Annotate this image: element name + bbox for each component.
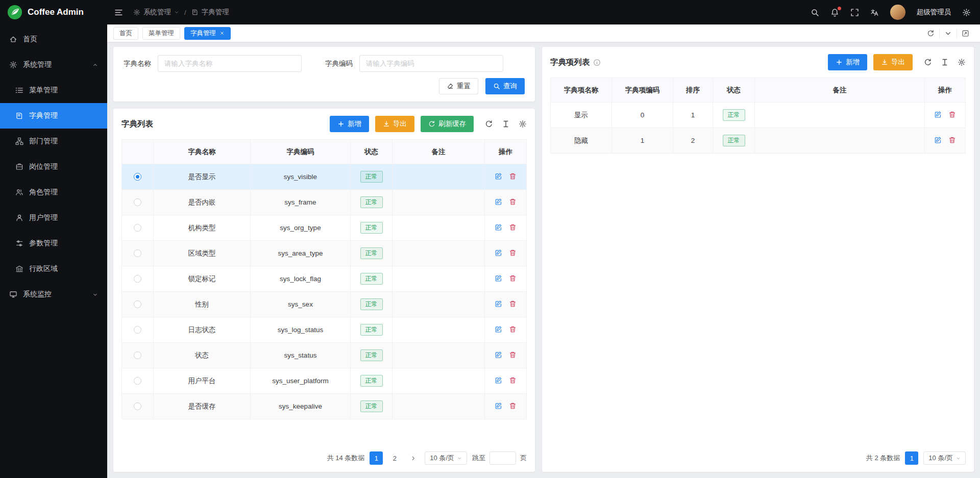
- add-dict-item-button[interactable]: 新增: [828, 54, 867, 70]
- sidebar-item-dict-management[interactable]: 字典管理: [0, 103, 107, 129]
- add-dict-button[interactable]: 新增: [330, 116, 369, 132]
- dict-row[interactable]: 是否内嵌sys_frame正常: [122, 190, 527, 215]
- dict-row[interactable]: 是否显示sys_visible正常: [122, 164, 527, 190]
- dict-row[interactable]: 是否缓存sys_keepalive正常: [122, 394, 527, 419]
- sidebar-collapse-icon[interactable]: [114, 8, 123, 17]
- delete-icon[interactable]: [948, 136, 956, 144]
- tab-dict-management[interactable]: 字典管理: [184, 27, 231, 40]
- edit-icon[interactable]: [495, 172, 502, 180]
- sidebar-item-menu-management[interactable]: 菜单管理: [0, 78, 107, 103]
- page-size-select[interactable]: 10 条/页: [923, 451, 966, 465]
- sidebar-item-role-management[interactable]: 角色管理: [0, 180, 107, 205]
- content-fullscreen-icon[interactable]: [957, 28, 974, 38]
- column-settings-icon[interactable]: [519, 120, 527, 128]
- delete-icon[interactable]: [509, 198, 517, 206]
- edit-icon[interactable]: [495, 300, 502, 308]
- reset-button[interactable]: 重置: [439, 78, 478, 94]
- sidebar-item-param-management[interactable]: 参数管理: [0, 231, 107, 256]
- dict-row[interactable]: 锁定标记sys_lock_flag正常: [122, 266, 527, 292]
- settings-gear-icon[interactable]: [962, 8, 971, 17]
- edit-icon[interactable]: [495, 402, 502, 410]
- row-radio[interactable]: [134, 351, 141, 359]
- edit-icon[interactable]: [495, 376, 502, 384]
- translate-icon[interactable]: [870, 8, 879, 17]
- edit-icon[interactable]: [495, 351, 502, 359]
- column-settings-icon[interactable]: [958, 58, 966, 66]
- dict-row[interactable]: 日志状态sys_log_status正常: [122, 317, 527, 343]
- edit-icon[interactable]: [495, 249, 502, 257]
- sidebar-item-admin-region[interactable]: 行政区域: [0, 256, 107, 282]
- avatar[interactable]: [890, 5, 905, 20]
- dict-item-row[interactable]: 隐藏12正常: [551, 128, 966, 154]
- breadcrumb-item-dict-management[interactable]: 字典管理: [191, 8, 229, 17]
- cell-sort: 2: [673, 128, 713, 154]
- row-radio[interactable]: [134, 198, 141, 206]
- fullscreen-icon[interactable]: [850, 8, 859, 17]
- row-radio[interactable]: [134, 402, 141, 410]
- breadcrumb-item-system-management[interactable]: 系统管理: [133, 8, 179, 17]
- edit-icon[interactable]: [934, 136, 942, 144]
- delete-icon[interactable]: [509, 351, 517, 359]
- row-radio[interactable]: [134, 300, 141, 308]
- page-button-1[interactable]: 1: [905, 451, 918, 465]
- dict-row[interactable]: 机构类型sys_org_type正常: [122, 215, 527, 241]
- jump-page-input[interactable]: [489, 451, 516, 465]
- dict-row[interactable]: 性别sys_sex正常: [122, 292, 527, 317]
- global-search-icon[interactable]: [811, 8, 819, 17]
- delete-icon[interactable]: [509, 376, 517, 384]
- sidebar-item-label: 行政区域: [29, 264, 58, 273]
- sidebar-item-system-monitor[interactable]: 系统监控: [0, 282, 107, 307]
- delete-icon[interactable]: [509, 249, 517, 257]
- dict-name-input[interactable]: [158, 55, 302, 72]
- page-size-select[interactable]: 10 条/页: [425, 451, 467, 465]
- sidebar-item-post-management[interactable]: 岗位管理: [0, 154, 107, 180]
- table-refresh-icon[interactable]: [485, 120, 493, 128]
- table-refresh-icon[interactable]: [924, 58, 932, 66]
- delete-icon[interactable]: [509, 402, 517, 410]
- tab-menu-management[interactable]: 菜单管理: [142, 27, 180, 40]
- edit-icon[interactable]: [495, 274, 502, 282]
- density-icon[interactable]: [941, 58, 949, 66]
- tab-home[interactable]: 首页: [113, 27, 138, 40]
- dict-item-row[interactable]: 显示01正常: [551, 103, 966, 128]
- next-page-button[interactable]: [406, 451, 420, 465]
- row-radio[interactable]: [134, 249, 141, 257]
- delete-icon[interactable]: [509, 172, 517, 180]
- notification-bell-icon[interactable]: [830, 8, 839, 17]
- dict-row[interactable]: 区域类型sys_area_type正常: [122, 241, 527, 266]
- tab-close-icon[interactable]: [219, 31, 225, 36]
- sidebar-item-system-management[interactable]: 系统管理: [0, 52, 107, 78]
- username[interactable]: 超级管理员: [917, 8, 951, 17]
- export-dict-button[interactable]: 导出: [375, 116, 414, 132]
- edit-icon[interactable]: [495, 325, 502, 333]
- page-button-1[interactable]: 1: [370, 451, 383, 465]
- delete-icon[interactable]: [509, 274, 517, 282]
- row-radio[interactable]: [134, 224, 141, 232]
- dict-row[interactable]: 用户平台sys_user_platform正常: [122, 368, 527, 394]
- dict-item-header: 字典项列表 新增 导出: [550, 53, 966, 71]
- dict-row[interactable]: 状态sys_status正常: [122, 343, 527, 368]
- sidebar-item-home[interactable]: 首页: [0, 27, 107, 52]
- dict-code-input[interactable]: [359, 55, 503, 72]
- tabs-refresh-icon[interactable]: [922, 28, 939, 38]
- sidebar-item-user-management[interactable]: 用户管理: [0, 205, 107, 231]
- row-radio[interactable]: [134, 377, 141, 385]
- page-button-2[interactable]: 2: [388, 451, 401, 465]
- edit-icon[interactable]: [495, 198, 502, 206]
- row-radio[interactable]: [134, 173, 141, 181]
- export-dict-item-button[interactable]: 导出: [873, 54, 913, 70]
- delete-icon[interactable]: [509, 223, 517, 231]
- query-button[interactable]: 查询: [485, 78, 525, 94]
- delete-icon[interactable]: [948, 111, 956, 118]
- sidebar-item-dept-management[interactable]: 部门管理: [0, 129, 107, 154]
- row-radio[interactable]: [134, 326, 141, 334]
- delete-icon[interactable]: [509, 325, 517, 333]
- tabs-dropdown-icon[interactable]: [939, 28, 957, 38]
- row-radio[interactable]: [134, 275, 141, 283]
- density-icon[interactable]: [502, 120, 510, 128]
- delete-icon[interactable]: [509, 300, 517, 308]
- app-logo[interactable]: Coffee Admin: [0, 0, 107, 24]
- edit-icon[interactable]: [934, 111, 942, 118]
- refresh-cache-button[interactable]: 刷新缓存: [421, 116, 474, 132]
- edit-icon[interactable]: [495, 223, 502, 231]
